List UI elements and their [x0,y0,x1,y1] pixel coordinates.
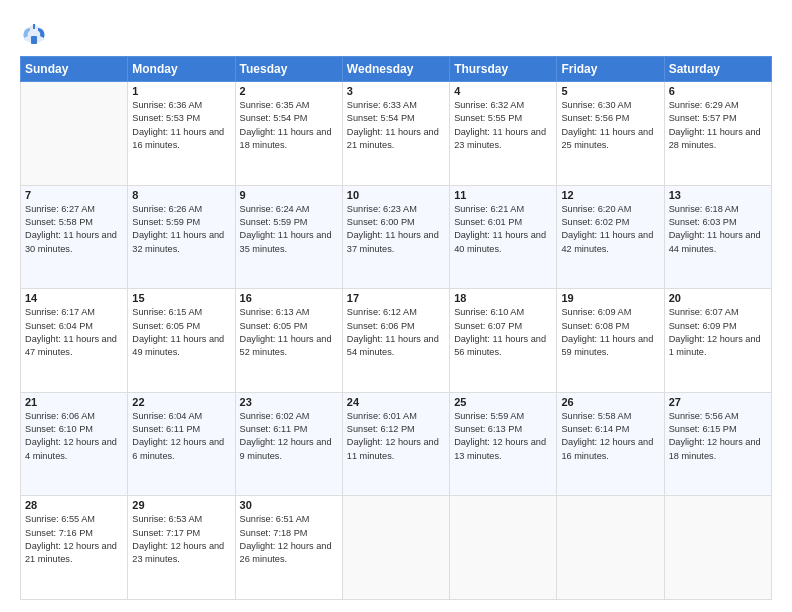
day-number: 21 [25,396,123,408]
sunrise-label: Sunrise: 6:21 AM [454,204,524,214]
day-number: 7 [25,189,123,201]
day-info: Sunrise: 6:32 AM Sunset: 5:55 PM Dayligh… [454,99,552,152]
day-header-saturday: Saturday [664,57,771,82]
daylight-label: Daylight: 11 hours and 44 minutes. [669,230,761,253]
day-number: 2 [240,85,338,97]
day-number: 6 [669,85,767,97]
sunrise-label: Sunrise: 6:10 AM [454,307,524,317]
calendar-cell: 10 Sunrise: 6:23 AM Sunset: 6:00 PM Dayl… [342,185,449,289]
day-info: Sunrise: 6:27 AM Sunset: 5:58 PM Dayligh… [25,203,123,256]
sunrise-label: Sunrise: 6:27 AM [25,204,95,214]
daylight-label: Daylight: 11 hours and 32 minutes. [132,230,224,253]
day-number: 24 [347,396,445,408]
day-info: Sunrise: 6:53 AM Sunset: 7:17 PM Dayligh… [132,513,230,566]
day-info: Sunrise: 6:02 AM Sunset: 6:11 PM Dayligh… [240,410,338,463]
day-number: 25 [454,396,552,408]
calendar-table: SundayMondayTuesdayWednesdayThursdayFrid… [20,56,772,600]
sunrise-label: Sunrise: 5:56 AM [669,411,739,421]
sunrise-label: Sunrise: 6:01 AM [347,411,417,421]
day-info: Sunrise: 6:15 AM Sunset: 6:05 PM Dayligh… [132,306,230,359]
daylight-label: Daylight: 12 hours and 4 minutes. [25,437,117,460]
sunrise-label: Sunrise: 6:06 AM [25,411,95,421]
calendar-cell: 13 Sunrise: 6:18 AM Sunset: 6:03 PM Dayl… [664,185,771,289]
day-number: 14 [25,292,123,304]
sunset-label: Sunset: 6:08 PM [561,321,629,331]
daylight-label: Daylight: 11 hours and 30 minutes. [25,230,117,253]
sunrise-label: Sunrise: 6:33 AM [347,100,417,110]
daylight-label: Daylight: 11 hours and 56 minutes. [454,334,546,357]
day-info: Sunrise: 6:20 AM Sunset: 6:02 PM Dayligh… [561,203,659,256]
sunset-label: Sunset: 6:00 PM [347,217,415,227]
day-info: Sunrise: 6:26 AM Sunset: 5:59 PM Dayligh… [132,203,230,256]
day-info: Sunrise: 6:35 AM Sunset: 5:54 PM Dayligh… [240,99,338,152]
day-info: Sunrise: 5:59 AM Sunset: 6:13 PM Dayligh… [454,410,552,463]
day-number: 4 [454,85,552,97]
sunset-label: Sunset: 5:54 PM [347,113,415,123]
day-header-sunday: Sunday [21,57,128,82]
sunset-label: Sunset: 6:09 PM [669,321,737,331]
day-number: 23 [240,396,338,408]
day-header-tuesday: Tuesday [235,57,342,82]
daylight-label: Daylight: 12 hours and 11 minutes. [347,437,439,460]
day-info: Sunrise: 6:55 AM Sunset: 7:16 PM Dayligh… [25,513,123,566]
calendar-cell: 4 Sunrise: 6:32 AM Sunset: 5:55 PM Dayli… [450,82,557,186]
day-number: 8 [132,189,230,201]
sunset-label: Sunset: 5:54 PM [240,113,308,123]
day-number: 5 [561,85,659,97]
calendar-week-4: 21 Sunrise: 6:06 AM Sunset: 6:10 PM Dayl… [21,392,772,496]
sunrise-label: Sunrise: 5:59 AM [454,411,524,421]
day-info: Sunrise: 6:12 AM Sunset: 6:06 PM Dayligh… [347,306,445,359]
calendar-cell: 19 Sunrise: 6:09 AM Sunset: 6:08 PM Dayl… [557,289,664,393]
day-info: Sunrise: 6:04 AM Sunset: 6:11 PM Dayligh… [132,410,230,463]
daylight-label: Daylight: 11 hours and 42 minutes. [561,230,653,253]
day-number: 12 [561,189,659,201]
sunset-label: Sunset: 6:01 PM [454,217,522,227]
day-number: 13 [669,189,767,201]
sunset-label: Sunset: 6:03 PM [669,217,737,227]
calendar-cell [450,496,557,600]
calendar-cell: 2 Sunrise: 6:35 AM Sunset: 5:54 PM Dayli… [235,82,342,186]
sunset-label: Sunset: 7:16 PM [25,528,93,538]
daylight-label: Daylight: 11 hours and 37 minutes. [347,230,439,253]
day-number: 19 [561,292,659,304]
daylight-label: Daylight: 11 hours and 52 minutes. [240,334,332,357]
daylight-label: Daylight: 11 hours and 35 minutes. [240,230,332,253]
daylight-label: Daylight: 11 hours and 59 minutes. [561,334,653,357]
calendar-cell: 18 Sunrise: 6:10 AM Sunset: 6:07 PM Dayl… [450,289,557,393]
daylight-label: Daylight: 12 hours and 26 minutes. [240,541,332,564]
daylight-label: Daylight: 12 hours and 6 minutes. [132,437,224,460]
day-number: 3 [347,85,445,97]
day-number: 27 [669,396,767,408]
daylight-label: Daylight: 11 hours and 49 minutes. [132,334,224,357]
day-info: Sunrise: 5:56 AM Sunset: 6:15 PM Dayligh… [669,410,767,463]
sunrise-label: Sunrise: 6:09 AM [561,307,631,317]
day-info: Sunrise: 6:51 AM Sunset: 7:18 PM Dayligh… [240,513,338,566]
calendar-cell [21,82,128,186]
calendar-cell: 5 Sunrise: 6:30 AM Sunset: 5:56 PM Dayli… [557,82,664,186]
sunrise-label: Sunrise: 6:36 AM [132,100,202,110]
sunrise-label: Sunrise: 6:53 AM [132,514,202,524]
calendar-cell: 3 Sunrise: 6:33 AM Sunset: 5:54 PM Dayli… [342,82,449,186]
day-info: Sunrise: 6:10 AM Sunset: 6:07 PM Dayligh… [454,306,552,359]
sunset-label: Sunset: 5:53 PM [132,113,200,123]
calendar-week-2: 7 Sunrise: 6:27 AM Sunset: 5:58 PM Dayli… [21,185,772,289]
sunrise-label: Sunrise: 6:55 AM [25,514,95,524]
day-info: Sunrise: 6:29 AM Sunset: 5:57 PM Dayligh… [669,99,767,152]
calendar-cell: 1 Sunrise: 6:36 AM Sunset: 5:53 PM Dayli… [128,82,235,186]
day-info: Sunrise: 5:58 AM Sunset: 6:14 PM Dayligh… [561,410,659,463]
sunrise-label: Sunrise: 6:32 AM [454,100,524,110]
calendar-cell: 8 Sunrise: 6:26 AM Sunset: 5:59 PM Dayli… [128,185,235,289]
sunrise-label: Sunrise: 5:58 AM [561,411,631,421]
daylight-label: Daylight: 12 hours and 18 minutes. [669,437,761,460]
day-info: Sunrise: 6:33 AM Sunset: 5:54 PM Dayligh… [347,99,445,152]
daylight-label: Daylight: 12 hours and 16 minutes. [561,437,653,460]
daylight-label: Daylight: 12 hours and 9 minutes. [240,437,332,460]
sunrise-label: Sunrise: 6:26 AM [132,204,202,214]
calendar-cell: 11 Sunrise: 6:21 AM Sunset: 6:01 PM Dayl… [450,185,557,289]
daylight-label: Daylight: 11 hours and 21 minutes. [347,127,439,150]
calendar-cell [664,496,771,600]
sunset-label: Sunset: 7:17 PM [132,528,200,538]
sunrise-label: Sunrise: 6:18 AM [669,204,739,214]
day-number: 22 [132,396,230,408]
calendar-cell: 14 Sunrise: 6:17 AM Sunset: 6:04 PM Dayl… [21,289,128,393]
